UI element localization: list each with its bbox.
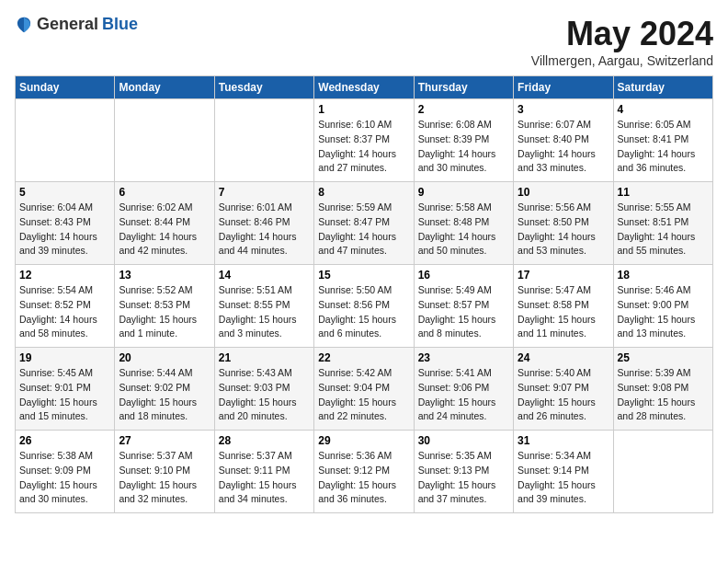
subtitle: Villmergen, Aargau, Switzerland bbox=[531, 53, 713, 68]
day-number: 8 bbox=[318, 186, 409, 199]
header: GeneralBlue May 2024 Villmergen, Aargau,… bbox=[15, 15, 713, 68]
day-info: Sunrise: 6:02 AMSunset: 8:44 PMDaylight:… bbox=[119, 201, 210, 259]
logo-general-text: General bbox=[37, 15, 98, 34]
calendar-cell: 16Sunrise: 5:49 AMSunset: 8:57 PMDayligh… bbox=[414, 265, 513, 348]
calendar-cell: 6Sunrise: 6:02 AMSunset: 8:44 PMDaylight… bbox=[115, 182, 214, 265]
calendar-cell: 7Sunrise: 6:01 AMSunset: 8:46 PMDaylight… bbox=[214, 182, 313, 265]
day-info: Sunrise: 5:56 AMSunset: 8:50 PMDaylight:… bbox=[518, 201, 609, 259]
day-info: Sunrise: 5:51 AMSunset: 8:55 PMDaylight:… bbox=[219, 283, 310, 341]
calendar-cell: 14Sunrise: 5:51 AMSunset: 8:55 PMDayligh… bbox=[214, 265, 313, 348]
day-info: Sunrise: 5:50 AMSunset: 8:56 PMDaylight:… bbox=[318, 283, 409, 341]
calendar-cell: 29Sunrise: 5:36 AMSunset: 9:12 PMDayligh… bbox=[314, 431, 414, 513]
day-info: Sunrise: 6:07 AMSunset: 8:40 PMDaylight:… bbox=[518, 118, 609, 176]
day-number: 12 bbox=[19, 269, 110, 282]
day-number: 4 bbox=[618, 103, 709, 116]
calendar-cell: 20Sunrise: 5:44 AMSunset: 9:02 PMDayligh… bbox=[115, 348, 214, 431]
calendar-cell bbox=[613, 431, 712, 513]
calendar-cell: 9Sunrise: 5:58 AMSunset: 8:48 PMDaylight… bbox=[414, 182, 513, 265]
calendar-cell: 19Sunrise: 5:45 AMSunset: 9:01 PMDayligh… bbox=[16, 348, 115, 431]
week-row-3: 12Sunrise: 5:54 AMSunset: 8:52 PMDayligh… bbox=[16, 265, 713, 348]
day-info: Sunrise: 6:04 AMSunset: 8:43 PMDaylight:… bbox=[19, 201, 110, 259]
calendar-cell: 18Sunrise: 5:46 AMSunset: 9:00 PMDayligh… bbox=[613, 265, 712, 348]
calendar-cell: 15Sunrise: 5:50 AMSunset: 8:56 PMDayligh… bbox=[314, 265, 414, 348]
day-info: Sunrise: 5:38 AMSunset: 9:09 PMDaylight:… bbox=[19, 449, 110, 507]
week-row-2: 5Sunrise: 6:04 AMSunset: 8:43 PMDaylight… bbox=[16, 182, 713, 265]
header-tuesday: Tuesday bbox=[214, 76, 313, 99]
calendar-cell: 26Sunrise: 5:38 AMSunset: 9:09 PMDayligh… bbox=[16, 431, 115, 513]
calendar-cell: 21Sunrise: 5:43 AMSunset: 9:03 PMDayligh… bbox=[214, 348, 313, 431]
day-number: 15 bbox=[318, 269, 409, 282]
day-number: 9 bbox=[418, 186, 509, 199]
logo-icon bbox=[15, 16, 33, 34]
day-number: 2 bbox=[418, 103, 509, 116]
day-info: Sunrise: 5:39 AMSunset: 9:08 PMDaylight:… bbox=[618, 366, 709, 424]
calendar-cell: 31Sunrise: 5:34 AMSunset: 9:14 PMDayligh… bbox=[514, 431, 613, 513]
day-info: Sunrise: 5:42 AMSunset: 9:04 PMDaylight:… bbox=[318, 366, 409, 424]
title-area: May 2024 Villmergen, Aargau, Switzerland bbox=[531, 15, 713, 68]
calendar-cell: 23Sunrise: 5:41 AMSunset: 9:06 PMDayligh… bbox=[414, 348, 513, 431]
calendar-cell: 2Sunrise: 6:08 AMSunset: 8:39 PMDaylight… bbox=[414, 99, 513, 182]
day-info: Sunrise: 5:35 AMSunset: 9:13 PMDaylight:… bbox=[418, 449, 509, 507]
day-info: Sunrise: 5:41 AMSunset: 9:06 PMDaylight:… bbox=[418, 366, 509, 424]
header-thursday: Thursday bbox=[414, 76, 513, 99]
day-info: Sunrise: 5:55 AMSunset: 8:51 PMDaylight:… bbox=[618, 201, 709, 259]
day-number: 17 bbox=[518, 269, 609, 282]
day-info: Sunrise: 5:37 AMSunset: 9:11 PMDaylight:… bbox=[219, 449, 310, 507]
day-number: 10 bbox=[518, 186, 609, 199]
main-title: May 2024 bbox=[531, 15, 713, 53]
week-row-5: 26Sunrise: 5:38 AMSunset: 9:09 PMDayligh… bbox=[16, 431, 713, 513]
calendar-cell bbox=[115, 99, 214, 182]
day-number: 11 bbox=[618, 186, 709, 199]
day-info: Sunrise: 5:54 AMSunset: 8:52 PMDaylight:… bbox=[19, 283, 110, 341]
day-number: 18 bbox=[618, 269, 709, 282]
calendar-cell: 13Sunrise: 5:52 AMSunset: 8:53 PMDayligh… bbox=[115, 265, 214, 348]
calendar-cell: 22Sunrise: 5:42 AMSunset: 9:04 PMDayligh… bbox=[314, 348, 414, 431]
day-number: 21 bbox=[219, 351, 310, 364]
calendar-cell: 30Sunrise: 5:35 AMSunset: 9:13 PMDayligh… bbox=[414, 431, 513, 513]
day-info: Sunrise: 6:10 AMSunset: 8:37 PMDaylight:… bbox=[318, 118, 409, 176]
logo-blue-text: Blue bbox=[102, 15, 138, 34]
calendar-cell: 10Sunrise: 5:56 AMSunset: 8:50 PMDayligh… bbox=[514, 182, 613, 265]
calendar-cell bbox=[16, 99, 115, 182]
day-number: 1 bbox=[318, 103, 409, 116]
day-info: Sunrise: 5:45 AMSunset: 9:01 PMDaylight:… bbox=[19, 366, 110, 424]
day-number: 27 bbox=[119, 434, 210, 447]
day-number: 30 bbox=[418, 434, 509, 447]
calendar-cell: 28Sunrise: 5:37 AMSunset: 9:11 PMDayligh… bbox=[214, 431, 313, 513]
calendar-cell: 8Sunrise: 5:59 AMSunset: 8:47 PMDaylight… bbox=[314, 182, 414, 265]
week-row-1: 1Sunrise: 6:10 AMSunset: 8:37 PMDaylight… bbox=[16, 99, 713, 182]
day-number: 7 bbox=[219, 186, 310, 199]
day-number: 24 bbox=[518, 351, 609, 364]
calendar-cell: 25Sunrise: 5:39 AMSunset: 9:08 PMDayligh… bbox=[613, 348, 712, 431]
day-info: Sunrise: 5:52 AMSunset: 8:53 PMDaylight:… bbox=[119, 283, 210, 341]
day-info: Sunrise: 5:36 AMSunset: 9:12 PMDaylight:… bbox=[318, 449, 409, 507]
header-row: SundayMondayTuesdayWednesdayThursdayFrid… bbox=[16, 76, 713, 99]
day-number: 6 bbox=[119, 186, 210, 199]
day-number: 22 bbox=[318, 351, 409, 364]
day-number: 5 bbox=[19, 186, 110, 199]
calendar-cell: 27Sunrise: 5:37 AMSunset: 9:10 PMDayligh… bbox=[115, 431, 214, 513]
logo: GeneralBlue bbox=[15, 15, 138, 34]
week-row-4: 19Sunrise: 5:45 AMSunset: 9:01 PMDayligh… bbox=[16, 348, 713, 431]
day-number: 31 bbox=[518, 434, 609, 447]
day-number: 20 bbox=[119, 351, 210, 364]
calendar-cell: 11Sunrise: 5:55 AMSunset: 8:51 PMDayligh… bbox=[613, 182, 712, 265]
day-number: 26 bbox=[19, 434, 110, 447]
calendar-cell: 4Sunrise: 6:05 AMSunset: 8:41 PMDaylight… bbox=[613, 99, 712, 182]
calendar-cell: 24Sunrise: 5:40 AMSunset: 9:07 PMDayligh… bbox=[514, 348, 613, 431]
day-info: Sunrise: 5:59 AMSunset: 8:47 PMDaylight:… bbox=[318, 201, 409, 259]
day-info: Sunrise: 6:05 AMSunset: 8:41 PMDaylight:… bbox=[618, 118, 709, 176]
day-info: Sunrise: 5:44 AMSunset: 9:02 PMDaylight:… bbox=[119, 366, 210, 424]
day-info: Sunrise: 5:40 AMSunset: 9:07 PMDaylight:… bbox=[518, 366, 609, 424]
day-number: 19 bbox=[19, 351, 110, 364]
day-info: Sunrise: 5:46 AMSunset: 9:00 PMDaylight:… bbox=[618, 283, 709, 341]
day-info: Sunrise: 5:43 AMSunset: 9:03 PMDaylight:… bbox=[219, 366, 310, 424]
calendar-cell: 5Sunrise: 6:04 AMSunset: 8:43 PMDaylight… bbox=[16, 182, 115, 265]
day-number: 29 bbox=[318, 434, 409, 447]
day-number: 14 bbox=[219, 269, 310, 282]
calendar-cell: 12Sunrise: 5:54 AMSunset: 8:52 PMDayligh… bbox=[16, 265, 115, 348]
day-number: 3 bbox=[518, 103, 609, 116]
header-friday: Friday bbox=[514, 76, 613, 99]
calendar-cell: 1Sunrise: 6:10 AMSunset: 8:37 PMDaylight… bbox=[314, 99, 414, 182]
day-number: 23 bbox=[418, 351, 509, 364]
